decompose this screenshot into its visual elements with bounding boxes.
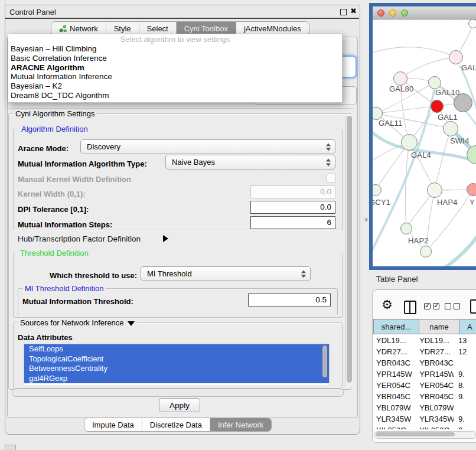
algorithm-option[interactable]: ARACNE Algorithm [11, 63, 340, 73]
close-window-icon[interactable] [377, 9, 384, 17]
manual-kernel-checkbox[interactable] [327, 174, 336, 183]
gear-icon[interactable]: ⚙ [382, 298, 393, 312]
scrollbar-thumb[interactable] [347, 116, 352, 383]
settings-vertical-scrollbar[interactable] [345, 115, 353, 387]
tab-discretize-data[interactable]: Discretize Data [142, 418, 210, 431]
network-node[interactable] [454, 93, 472, 112]
table-horizontal-scrollbar[interactable] [374, 431, 476, 439]
column-header-shared[interactable]: shared... [373, 319, 419, 334]
network-node[interactable] [431, 100, 444, 113]
tab-select[interactable]: Select [139, 22, 177, 35]
scrollbar-thumb[interactable] [376, 432, 455, 436]
attribute-item[interactable]: gal4RGexp [24, 374, 329, 384]
list-scrollbar-thumb[interactable] [322, 345, 327, 377]
data-attributes-list[interactable]: SelfLoopsTopologicalCoefficientBetweenne… [24, 344, 330, 386]
node-label: GAL1 [438, 113, 458, 122]
column-header-name[interactable]: name [419, 319, 459, 334]
hidden-groupbox-edge [9, 108, 351, 109]
float-panel-icon[interactable] [340, 9, 347, 15]
node-label: GCY1 [373, 198, 390, 207]
network-node-gal10[interactable] [428, 76, 441, 89]
tab-jactivemnodules[interactable]: jActiveMNodules [236, 22, 309, 35]
table-row[interactable]: YIL052CYIL052C9 [373, 425, 476, 429]
tab-cyni-toolbox[interactable]: Cyni Toolbox [177, 22, 236, 35]
collapse-arrow-icon[interactable] [128, 321, 135, 326]
table-row[interactable]: YDR27...YDR27...12 [373, 346, 476, 357]
table-cell: YBR045C [416, 391, 454, 402]
algorithm-option[interactable]: Bayesian – K2 [11, 81, 340, 91]
network-node-gal80[interactable] [393, 71, 407, 86]
mi-type-label: Mutual Information Algorithm Type: [18, 159, 147, 168]
tab-network[interactable]: Network [51, 22, 106, 35]
manual-kernel-label: Manual Kernel Width Definition [18, 175, 131, 184]
network-node-y[interactable] [467, 183, 476, 196]
algorithm-option[interactable]: Mutual Information Inference [11, 72, 340, 81]
mi-threshold-field[interactable]: 0.5 [248, 294, 331, 306]
table-cell: YLR345W [416, 413, 454, 425]
algorithm-option[interactable]: Bayesian – Hill Climbing [11, 44, 340, 54]
table-row[interactable]: YBL079WYBL079W [373, 402, 476, 413]
table-row[interactable]: YBR045CYBR045C9. [373, 391, 476, 402]
aracne-mode-select[interactable]: Discovery [80, 139, 335, 154]
algorithm-option[interactable]: Dream8 DC_TDC Algorithm [11, 91, 340, 100]
dpi-tolerance-field[interactable]: 0.0 [250, 201, 335, 214]
algorithm-dropdown-list: Bayesian – Hill ClimbingBasic Correlatio… [11, 44, 340, 100]
network-node-gal4[interactable] [401, 134, 418, 151]
node-label: HAP2 [408, 236, 429, 245]
attribute-item[interactable]: BetweennessCentrality [24, 364, 329, 374]
algorithm-option[interactable]: Basic Correlation Inference [11, 54, 340, 63]
network-node-hap4[interactable] [427, 182, 442, 198]
table-row[interactable]: YDL19...YDL19...13 [373, 335, 476, 346]
table-row[interactable]: YLR345WYLR345W9. [373, 413, 476, 425]
kernel-width-field[interactable]: 0.0 [250, 185, 335, 198]
node-label: HAP4 [437, 198, 458, 207]
table-cell: YDR27... [416, 346, 454, 357]
hub-section-label: Hub/Transcription Factor Definition [18, 234, 141, 243]
tab-label: Network [70, 24, 98, 33]
mi-type-select[interactable]: Naive Bayes [165, 155, 335, 169]
mi-steps-field[interactable]: 6 [250, 216, 335, 229]
algorithm-definition-title: Algorithm Definition [19, 125, 90, 133]
table-cell: YBL079W [373, 402, 416, 413]
table-cell: YPR145W [416, 369, 454, 380]
expand-arrow-icon[interactable] [163, 235, 168, 242]
tab-infer-network[interactable]: Infer Network [210, 418, 271, 431]
network-node[interactable] [420, 246, 432, 257]
select-all-checkbox-icon[interactable]: ✔ [433, 303, 439, 309]
attribute-item[interactable]: TopologicalCoefficient [24, 354, 329, 364]
settings-horizontal-scrollbar[interactable] [12, 389, 344, 397]
columns-icon[interactable] [404, 301, 416, 314]
network-node-gal1[interactable] [443, 121, 458, 136]
spinner-arrows-icon [326, 158, 331, 166]
select-all-checkbox-icon[interactable]: ✔ [424, 303, 431, 309]
node-table[interactable]: YDL19...YDL19...13YDR27...YDR27...12YBR0… [373, 335, 476, 429]
tab-label: jActiveMNodules [244, 24, 301, 33]
tab-style[interactable]: Style [106, 22, 139, 35]
column-header-partial[interactable]: A [459, 319, 476, 334]
table-row[interactable]: YPR145WYPR145W9. [373, 369, 476, 380]
zoom-window-icon[interactable] [401, 9, 408, 17]
deselect-all-checkbox-icon[interactable] [445, 303, 451, 309]
panel-splitter-handle[interactable] [362, 217, 367, 222]
network-node-hap2[interactable] [400, 223, 412, 234]
dpi-tolerance-label: DPI Tolerance [0,1]: [18, 205, 89, 214]
export-table-icon[interactable] [470, 299, 476, 314]
deselect-all-checkbox-icon[interactable] [454, 303, 460, 309]
table-row[interactable]: YER054CYER054C8. [373, 380, 476, 391]
attribute-item[interactable]: SelfLoops [24, 344, 329, 354]
minimize-window-icon[interactable] [389, 9, 396, 17]
table-row[interactable]: YBR043CYBR043C [373, 357, 476, 369]
bottom-left-widget [5, 445, 16, 450]
network-canvas[interactable]: GALGAL80GAL10GAL11GAL1SWI4GAL4GCY1HAP4YH… [373, 19, 476, 266]
table-cell: YER054C [373, 380, 416, 391]
mi-threshold-label: Mutual Information Threshold: [22, 297, 133, 306]
close-panel-icon[interactable]: ✖ [350, 6, 357, 15]
which-threshold-select[interactable]: MI Threshold [141, 266, 311, 281]
mi-type-value: Naive Bayes [172, 158, 215, 167]
network-node-gal[interactable] [449, 50, 463, 64]
tab-impute-data[interactable]: Impute Data [84, 418, 142, 431]
apply-button[interactable]: Apply [159, 398, 200, 412]
network-node[interactable] [468, 19, 476, 28]
network-window-titlebar[interactable] [373, 6, 476, 19]
network-graph-icon [59, 25, 67, 32]
